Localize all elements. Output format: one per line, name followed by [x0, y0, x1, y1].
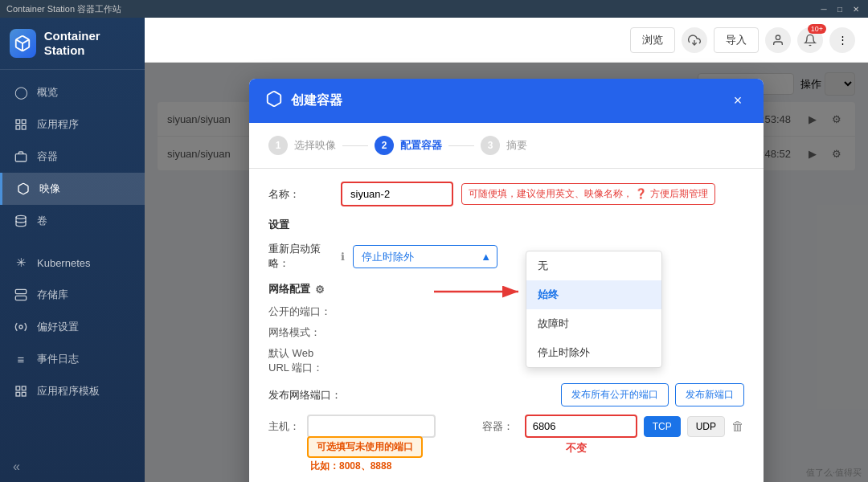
modal-close-button[interactable]: × — [728, 92, 747, 111]
dropdown-item-none[interactable]: 无 — [526, 251, 661, 280]
sidebar-item-app-templates[interactable]: 应用程序模板 — [0, 375, 145, 407]
dropdown-item-always[interactable]: 始终 — [526, 280, 661, 309]
app-container: Container Station ◯ 概览 应用程序 — [0, 18, 868, 482]
preferences-icon — [13, 319, 29, 335]
question-icon: ❓ — [635, 188, 647, 199]
sidebar-item-label: 存储库 — [37, 288, 68, 302]
modal-overlay: 创建容器 × 1 选择映像 2 配置容器 — [145, 63, 868, 482]
sidebar-item-label: 事件日志 — [37, 352, 79, 366]
svg-rect-4 — [22, 125, 26, 129]
svg-rect-13 — [22, 386, 26, 390]
host-input-wrapper: 可选填写未使用的端口 比如：8008、8888 — [307, 415, 471, 438]
gear-icon[interactable]: ⚙ — [315, 284, 325, 296]
step-1: 1 选择映像 — [268, 136, 336, 155]
svg-point-11 — [19, 325, 23, 329]
notification-icon-btn[interactable]: 10+ — [797, 27, 823, 53]
sidebar-item-label: Kubernetes — [37, 257, 91, 269]
kubernetes-icon: ✳ — [13, 255, 29, 271]
svg-rect-5 — [15, 154, 26, 161]
sidebar-item-storage[interactable]: 存储库 — [0, 279, 145, 311]
dropdown-item-on-failure[interactable]: 故障时 — [526, 309, 661, 338]
host-hint-text: 可选填写未使用的端口 — [307, 436, 423, 458]
info-icon[interactable]: ℹ — [341, 251, 345, 263]
sidebar-item-apps[interactable]: 应用程序 — [0, 108, 145, 141]
restart-policy-select[interactable]: 停止时除外 无 始终 故障时 — [353, 245, 497, 268]
name-input[interactable] — [341, 182, 453, 206]
step-1-label: 选择映像 — [294, 138, 336, 153]
browse-button[interactable]: 浏览 — [630, 27, 675, 53]
close-button[interactable]: ✕ — [850, 3, 862, 14]
network-section-title: 网络配置 ⚙ — [268, 282, 744, 296]
sidebar-item-label: 应用程序模板 — [37, 384, 100, 398]
network-config-section: 网络配置 ⚙ 公开的端口： 网络模式： 默认 Web URL 端口： — [268, 282, 744, 375]
web-url-label: 默认 Web URL 端口： — [268, 346, 333, 375]
events-icon: ≡ — [13, 351, 29, 367]
dropdown-item-unless-stopped[interactable]: 停止时除外 — [526, 338, 661, 367]
sidebar-item-images[interactable]: 映像 — [0, 173, 145, 205]
host-label: 主机： — [268, 419, 301, 434]
volumes-icon — [13, 213, 29, 229]
port-header: 发布网络端口： 发布所有公开的端口 发布新端口 — [268, 383, 744, 406]
name-form-row: 名称： 可随便填，建议使用英文、映像名称， ❓ 方便后期管理 — [268, 182, 744, 206]
sidebar-item-volumes[interactable]: 卷 — [0, 205, 145, 237]
host-port-input[interactable] — [307, 415, 436, 438]
download-icon-btn[interactable] — [682, 27, 707, 53]
svg-rect-7 — [15, 289, 26, 293]
tcp-button[interactable]: TCP — [644, 416, 681, 437]
step-2-circle: 2 — [375, 136, 394, 155]
sidebar-item-label: 应用程序 — [37, 117, 79, 132]
maximize-button[interactable]: □ — [834, 3, 845, 14]
overview-icon: ◯ — [13, 84, 29, 100]
main-content: 浏览 导入 10+ ⋮ — [145, 18, 868, 482]
step-3: 3 摘要 — [481, 136, 527, 155]
sidebar-item-events[interactable]: ≡ 事件日志 — [0, 343, 145, 375]
port-section: 发布网络端口： 发布所有公开的端口 发布新端口 主机： — [268, 383, 744, 438]
sidebar-item-label: 卷 — [37, 214, 47, 228]
udp-button[interactable]: UDP — [687, 416, 725, 437]
notification-badge: 10+ — [808, 24, 826, 34]
sidebar: Container Station ◯ 概览 应用程序 — [0, 18, 145, 482]
container-label: 容器： — [482, 419, 514, 434]
restart-policy-label: 重新启动策略： — [268, 242, 333, 271]
step-divider-1 — [342, 145, 368, 146]
name-hint-text2: 方便后期管理 — [650, 188, 708, 199]
sidebar-title: Container Station — [44, 29, 135, 58]
container-port-input[interactable] — [525, 415, 637, 438]
containers-icon — [13, 149, 29, 165]
port-row: 主机： 可选填写未使用的端口 比如：8008、8888 — [268, 415, 744, 438]
restart-policy-select-wrapper: 停止时除外 无 始终 故障时 ▲ — [353, 245, 497, 268]
sidebar-item-overview[interactable]: ◯ 概览 — [0, 76, 145, 108]
step-divider-2 — [448, 145, 474, 146]
sidebar-item-containers[interactable]: 容器 — [0, 141, 145, 173]
modal-title: 创建容器 — [291, 92, 342, 109]
publish-new-button[interactable]: 发布新端口 — [675, 383, 744, 406]
network-label: 网络配置 — [268, 282, 310, 296]
step-1-circle: 1 — [268, 136, 288, 155]
settings-section-title: 设置 — [268, 218, 744, 232]
minimize-button[interactable]: ─ — [818, 3, 829, 14]
content-area: 操作 siyuan/siyuan 20:53:48 ▶ ⚙ siyuan/s — [145, 63, 868, 482]
name-hint: 可随便填，建议使用英文、映像名称， ❓ 方便后期管理 — [461, 183, 715, 205]
host-example-text: 比如：8008、8888 — [307, 460, 423, 473]
delete-port-icon[interactable]: 🗑 — [731, 419, 744, 434]
svg-point-6 — [16, 215, 26, 219]
publish-all-button[interactable]: 发布所有公开的端口 — [561, 383, 669, 406]
user-icon-btn[interactable] — [765, 27, 791, 53]
step-2-label: 配置容器 — [400, 138, 442, 153]
sidebar-item-preferences[interactable]: 偏好设置 — [0, 311, 145, 343]
network-mode-label: 网络模式： — [268, 325, 333, 340]
port-annotation: 不变 — [566, 441, 587, 455]
topbar: 浏览 导入 10+ ⋮ — [145, 18, 868, 63]
svg-point-17 — [776, 35, 780, 39]
sidebar-nav: ◯ 概览 应用程序 容器 — [0, 70, 145, 451]
apps-icon — [13, 116, 29, 133]
sidebar-item-label: 容器 — [37, 149, 58, 164]
sidebar-header: Container Station — [0, 18, 145, 70]
sidebar-collapse-button[interactable]: « — [0, 451, 145, 482]
modal-header: 创建容器 × — [249, 79, 764, 123]
step-2: 2 配置容器 — [375, 136, 442, 155]
more-options-btn[interactable]: ⋮ — [829, 27, 855, 53]
import-button[interactable]: 导入 — [714, 27, 759, 53]
name-label: 名称： — [268, 187, 333, 202]
sidebar-item-kubernetes[interactable]: ✳ Kubernetes — [0, 243, 145, 279]
